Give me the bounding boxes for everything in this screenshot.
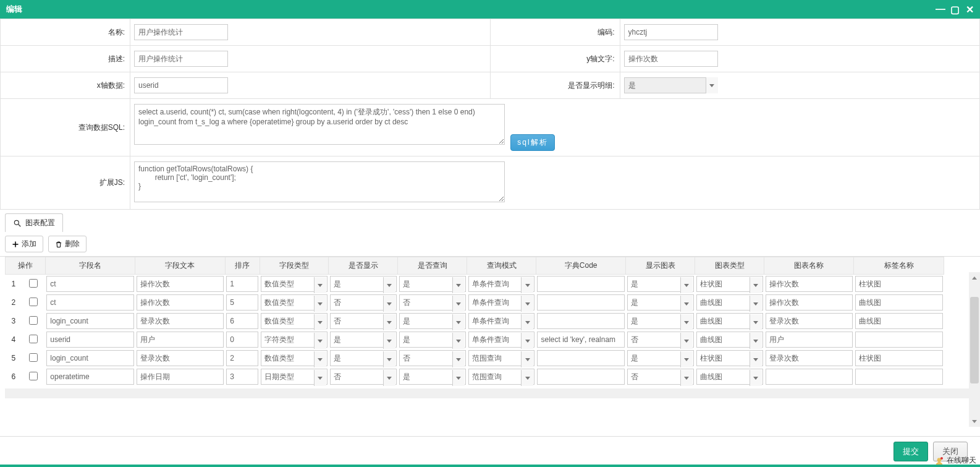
- fieldType-select[interactable]: 数值类型: [261, 350, 327, 366]
- chartName-input[interactable]: [766, 276, 853, 292]
- chartName-input[interactable]: [766, 332, 853, 348]
- fieldText-input[interactable]: [137, 350, 224, 366]
- queryMode-select[interactable]: 单条件查询: [468, 294, 535, 311]
- fieldType-select[interactable]: 数值类型: [261, 294, 327, 311]
- labelName-input[interactable]: [855, 294, 943, 311]
- isQuery-select[interactable]: 是: [399, 276, 466, 292]
- showChart-select[interactable]: 是: [627, 350, 694, 366]
- order-input[interactable]: [226, 369, 258, 385]
- order-input[interactable]: [226, 313, 258, 329]
- isShow-select[interactable]: 是: [330, 276, 397, 292]
- isQuery-select[interactable]: 否: [399, 294, 466, 311]
- chartType-select[interactable]: 柱状图: [696, 276, 763, 292]
- showChart-select[interactable]: 是: [627, 276, 694, 292]
- sql-textarea[interactable]: select a.userid, count(*) ct, sum(case w…: [134, 104, 505, 145]
- scroll-thumb[interactable]: [970, 297, 979, 383]
- order-input[interactable]: [226, 350, 258, 366]
- showChart-select[interactable]: 是: [627, 294, 694, 311]
- row-checkbox[interactable]: [29, 335, 38, 343]
- labelName-input[interactable]: [855, 369, 943, 385]
- dictCode-input[interactable]: [537, 276, 624, 292]
- vertical-scrollbar[interactable]: [969, 272, 980, 427]
- chartName-input[interactable]: [766, 350, 853, 366]
- queryMode-select[interactable]: 范围查询: [468, 369, 535, 385]
- chartType-select[interactable]: 柱状图: [696, 350, 763, 366]
- isShow-select[interactable]: 否: [330, 294, 397, 311]
- queryMode-select[interactable]: 单条件查询: [468, 332, 535, 348]
- row-checkbox[interactable]: [29, 279, 38, 288]
- row-checkbox[interactable]: [29, 298, 38, 306]
- fieldType-select[interactable]: 数值类型: [261, 276, 327, 292]
- dictCode-input[interactable]: [537, 369, 624, 385]
- xdata-field[interactable]: [134, 77, 228, 93]
- isQuery-select[interactable]: 是: [399, 369, 466, 385]
- order-input[interactable]: [226, 332, 258, 348]
- chartName-input[interactable]: [766, 294, 853, 311]
- sql-parse-button[interactable]: sql解析: [510, 134, 554, 151]
- showChart-select[interactable]: 是: [627, 313, 694, 329]
- dictCode-input[interactable]: [537, 332, 624, 348]
- code-field[interactable]: [624, 24, 718, 40]
- fieldType-select[interactable]: 日期类型: [261, 369, 327, 385]
- isShow-select[interactable]: 否: [330, 313, 397, 329]
- order-input[interactable]: [226, 276, 258, 292]
- name-field[interactable]: [134, 24, 228, 40]
- fieldName-input[interactable]: [46, 332, 133, 348]
- ext-textarea[interactable]: function getTotalRows(totalRows) { retur…: [134, 161, 505, 202]
- dictCode-input[interactable]: [537, 313, 624, 329]
- ytext-field[interactable]: [624, 51, 718, 67]
- horizontal-scrollbar[interactable]: [5, 388, 975, 398]
- fieldName-input[interactable]: [46, 369, 133, 385]
- row-checkbox[interactable]: [29, 353, 38, 362]
- chartName-input[interactable]: [766, 313, 853, 329]
- chartType-select[interactable]: 曲线图: [696, 332, 763, 348]
- add-button[interactable]: 添加: [5, 236, 43, 252]
- queryMode-select[interactable]: 单条件查询: [468, 313, 535, 329]
- isShow-select[interactable]: 是: [330, 332, 397, 348]
- fieldType-select[interactable]: 字符类型: [261, 332, 327, 348]
- dictCode-input[interactable]: [537, 294, 624, 311]
- maximize-icon[interactable]: ▢: [950, 4, 960, 15]
- fieldName-input[interactable]: [46, 294, 133, 311]
- fieldText-input[interactable]: [137, 332, 224, 348]
- minimize-icon[interactable]: —: [936, 4, 944, 15]
- isQuery-select[interactable]: 是: [399, 332, 466, 348]
- showChart-select[interactable]: 否: [627, 369, 694, 385]
- tab-label: 图表配置: [25, 218, 55, 228]
- scroll-up-icon[interactable]: [969, 272, 980, 283]
- isShow-select[interactable]: 是: [330, 350, 397, 366]
- fieldText-input[interactable]: [137, 294, 224, 311]
- labelName-input[interactable]: [855, 332, 943, 348]
- row-checkbox[interactable]: [29, 372, 38, 380]
- row-checkbox[interactable]: [29, 316, 38, 325]
- fieldName-input[interactable]: [46, 350, 133, 366]
- chartName-input[interactable]: [766, 369, 853, 385]
- chartType-select[interactable]: 曲线图: [696, 313, 763, 329]
- order-input[interactable]: [226, 294, 258, 311]
- queryMode-select[interactable]: 范围查询: [468, 350, 535, 366]
- fieldType-select[interactable]: 数值类型: [261, 313, 327, 329]
- chartType-select[interactable]: 曲线图: [696, 294, 763, 311]
- tab-chart-config[interactable]: 图表配置: [5, 213, 63, 232]
- close-icon[interactable]: ✕: [966, 4, 974, 15]
- fieldText-input[interactable]: [137, 313, 224, 329]
- dictCode-input[interactable]: [537, 350, 624, 366]
- queryMode-select[interactable]: 单条件查询: [468, 276, 535, 292]
- isQuery-select[interactable]: 是: [399, 313, 466, 329]
- desc-field[interactable]: [134, 51, 228, 67]
- labelName-input[interactable]: [855, 350, 943, 366]
- isQuery-select[interactable]: 否: [399, 350, 466, 366]
- submit-button[interactable]: 提交: [893, 442, 928, 461]
- fieldText-input[interactable]: [137, 276, 224, 292]
- labelName-input[interactable]: [855, 276, 943, 292]
- fieldName-input[interactable]: [46, 276, 133, 292]
- fieldName-input[interactable]: [46, 313, 133, 329]
- fieldText-input[interactable]: [137, 369, 224, 385]
- labelName-input[interactable]: [855, 313, 943, 329]
- scroll-down-icon[interactable]: [969, 416, 980, 427]
- showdetail-select[interactable]: 是: [624, 77, 718, 93]
- isShow-select[interactable]: 否: [330, 369, 397, 385]
- delete-button[interactable]: 删除: [48, 236, 87, 252]
- chartType-select[interactable]: 曲线图: [696, 369, 763, 385]
- showChart-select[interactable]: 否: [627, 332, 694, 348]
